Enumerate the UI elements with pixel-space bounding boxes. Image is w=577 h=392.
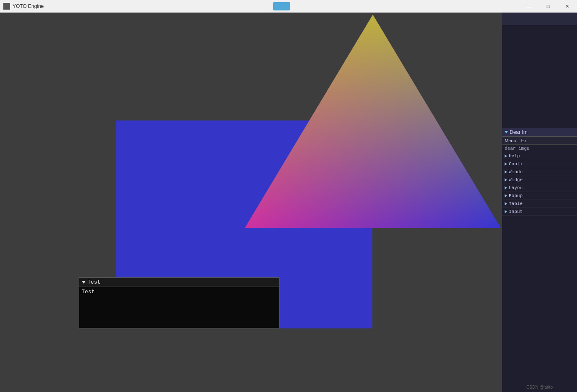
collapse-icon-help	[505, 154, 507, 158]
collapse-icon-inputs	[505, 210, 507, 213]
title-bar-left: YOTO Engine	[0, 3, 44, 10]
collapse-label-window: Windo	[509, 169, 523, 174]
collapse-icon-widgets	[505, 178, 507, 182]
collapse-inputs[interactable]: Input	[502, 208, 577, 216]
collapse-tables[interactable]: Table	[502, 200, 577, 208]
gradient-triangle	[245, 15, 501, 228]
collapse-label-inputs: Input	[509, 209, 523, 214]
triangle-container	[245, 15, 501, 228]
panel-bottom-area	[502, 216, 577, 392]
collapse-label-tables: Table	[509, 201, 523, 206]
test-window-collapse-icon	[82, 281, 86, 284]
menu-item-ex[interactable]: Ex	[521, 138, 528, 143]
collapse-label-popups: Popup	[509, 193, 523, 198]
right-panel-top	[502, 13, 577, 25]
collapse-icon-window	[505, 170, 507, 174]
collapse-label-layout: Layou	[509, 185, 523, 190]
title-bar-center	[273, 2, 290, 10]
collapse-popups[interactable]: Popup	[502, 192, 577, 200]
test-window-body: Test	[79, 287, 279, 297]
watermark: CSDN @larito	[502, 385, 577, 389]
close-button[interactable]: ✕	[558, 0, 577, 13]
dear-imgui-collapse-icon	[505, 131, 508, 133]
right-panel: Dear Im Menu Ex dear imgu Help Confi Win…	[502, 13, 577, 392]
test-window-title-text: Test	[87, 279, 100, 285]
test-window-body-text: Test	[82, 289, 95, 295]
test-window: Test Test	[79, 277, 280, 328]
collapse-label-config: Confi	[509, 161, 523, 167]
menu-item-menu[interactable]: Menu	[504, 138, 517, 143]
right-panel-spacer	[502, 25, 577, 70]
collapse-config[interactable]: Confi	[502, 160, 577, 168]
app-icon	[3, 3, 10, 10]
collapse-icon-layout	[505, 186, 507, 190]
minimize-button[interactable]: —	[519, 0, 539, 13]
collapse-icon-popups	[505, 194, 507, 197]
dear-imgui-header[interactable]: Dear Im	[502, 128, 577, 137]
app-title: YOTO Engine	[13, 3, 44, 9]
collapse-widgets[interactable]: Widge	[502, 176, 577, 184]
maximize-button[interactable]: □	[539, 0, 558, 13]
collapse-icon-tables	[505, 202, 507, 205]
collapse-label-widgets: Widge	[509, 177, 523, 182]
panel-text: dear imgu	[502, 145, 577, 152]
triangle-overlay	[245, 15, 501, 228]
panel-menu-bar: Menu Ex	[502, 137, 577, 145]
viewport: Test Test	[0, 13, 502, 392]
dear-imgui-title: Dear Im	[510, 129, 528, 135]
collapse-icon-config	[505, 162, 507, 166]
collapse-window[interactable]: Windo	[502, 168, 577, 176]
title-bar-blue-btn[interactable]	[273, 2, 290, 10]
test-window-titlebar[interactable]: Test	[79, 278, 279, 287]
collapse-label-help: Help	[509, 154, 520, 159]
title-bar: YOTO Engine — □ ✕	[0, 0, 577, 13]
collapse-help[interactable]: Help	[502, 152, 577, 160]
collapse-layout[interactable]: Layou	[502, 184, 577, 192]
title-bar-controls: — □ ✕	[519, 0, 577, 13]
